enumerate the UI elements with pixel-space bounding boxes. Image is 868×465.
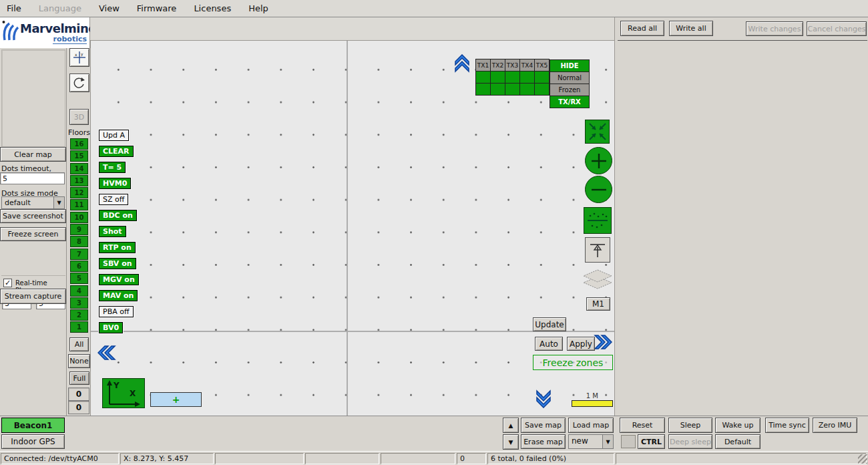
floors-full-button[interactable]: Full [69,371,89,385]
map-button-hvm0[interactable]: HVM0 [99,178,131,189]
zoom-in-button[interactable] [585,147,612,174]
layers-button[interactable] [582,267,613,295]
floor-button-3[interactable]: 3 [70,297,88,309]
map-button-mgv-on[interactable]: MGV on [99,274,139,285]
axis-orientation-widget[interactable]: Y X [102,378,145,408]
indoor-gps-tab[interactable]: Indoor GPS [1,434,65,449]
map-button-rtp-on[interactable]: RTP on [99,242,136,253]
freeze-screen-button[interactable]: Freeze screen [0,227,66,241]
floor-button-4[interactable]: 4 [70,285,88,297]
collapse-left-chevron-icon[interactable] [97,344,116,360]
tx-grid-cell[interactable] [505,83,520,96]
tx-grid-cell[interactable] [475,83,491,96]
devices-scroll-down-button[interactable]: ▼ [503,434,519,450]
apply-button[interactable]: Apply [567,337,595,351]
resize-grip[interactable] [858,454,867,464]
floors-none-button[interactable]: None [68,354,90,368]
devices-scroll-up-button[interactable]: ▲ [503,418,519,433]
tx-grid-cell[interactable] [534,71,550,84]
save-map-button[interactable]: Save map [521,418,566,433]
floor-button-9[interactable]: 9 [70,224,88,235]
map-button-sbv-on[interactable]: SBV on [99,258,136,269]
tx-column-tx3[interactable]: TX3 [505,59,520,71]
load-map-button[interactable]: Load map [568,418,614,433]
map-button-upd-a[interactable]: Upd A [99,130,129,141]
map-button-sz-off[interactable]: SZ off [99,194,128,205]
beacon-tab[interactable]: Beacon1 [1,418,65,433]
menu-item-firmware[interactable]: Firmware [137,3,177,13]
map-button-bdc-on[interactable]: BDC on [99,210,137,221]
add-submap-button[interactable]: + [150,392,202,407]
sleep-button[interactable]: Sleep [668,418,712,433]
tx-grid-cell[interactable] [534,83,550,96]
zero-imu-button[interactable]: Zero IMU [813,418,857,433]
write-all-button[interactable]: Write all [669,21,713,36]
tx-button-tx-rx[interactable]: TX/RX [550,96,590,108]
dropdown-arrow-icon[interactable]: ▼ [602,435,613,448]
ctrl-button[interactable]: CTRL [638,434,665,449]
tx-button-normal[interactable]: Normal [550,71,590,84]
stream-capture-button[interactable]: Stream capture [0,289,66,304]
auto-button[interactable]: Auto [535,337,563,351]
map-canvas[interactable]: TX1TX2TX3TX4TX5 HIDENormalFrozenTX/RX Up… [90,40,614,416]
floor-button-5[interactable]: 5 [70,273,88,284]
tx-grid-cell[interactable] [519,71,535,84]
tx-column-tx1[interactable]: TX1 [475,59,491,71]
upload-button[interactable] [585,237,610,263]
menu-item-view[interactable]: View [99,3,120,13]
map-button-pba-off[interactable]: PBA off [99,306,134,317]
update-button[interactable]: Update [533,317,566,331]
clear-map-button[interactable]: Clear map [0,147,66,162]
tx-grid-cell[interactable] [490,71,505,84]
floor-button-6[interactable]: 6 [70,261,88,272]
dots-size-mode-dropdown[interactable]: default ▼ [1,196,65,209]
tx-grid-cell[interactable] [475,71,491,84]
floor-button-11[interactable]: 11 [70,199,88,210]
tx-column-tx4[interactable]: TX4 [519,59,535,71]
tx-grid-cell[interactable] [519,83,535,96]
floor-button-16[interactable]: 16 [70,138,88,150]
fit-to-screen-button[interactable] [585,120,610,144]
rotate-map-button[interactable] [69,73,89,92]
floor-button-10[interactable]: 10 [70,212,88,223]
expand-down-chevron-icon[interactable] [535,390,551,408]
map-button-t-5[interactable]: T= 5 [99,162,126,173]
tx-column-tx5[interactable]: TX5 [534,59,550,71]
floor-button-7[interactable]: 7 [70,249,88,260]
tx-button-hide[interactable]: HIDE [550,59,590,72]
map-select-dropdown[interactable]: new ▼ [568,434,614,449]
floor-button-12[interactable]: 12 [70,187,88,198]
menu-item-help[interactable]: Help [248,3,268,13]
tx-grid-cell[interactable] [505,71,520,84]
freeze-zones-button[interactable]: Freeze zones [533,355,613,370]
default-button[interactable]: Default [715,434,761,449]
floors-all-button[interactable]: All [69,337,89,351]
m1-button[interactable]: M1 [586,297,610,311]
expand-right-chevron-icon[interactable] [594,335,612,351]
floor-button-15[interactable]: 15 [70,150,88,162]
floor-button-1[interactable]: 1 [70,321,88,333]
map-button-bv0[interactable]: BV0 [99,322,123,333]
floor-button-14[interactable]: 14 [70,163,88,174]
map-button-shot[interactable]: Shot [99,226,126,237]
time-sync-button[interactable]: Time sync [765,418,809,433]
menu-item-licenses[interactable]: Licenses [194,3,231,13]
save-screenshot-button[interactable]: Save screenshot [0,209,66,223]
map-button-mav-on[interactable]: MAV on [99,290,138,301]
axis-reset-button[interactable]: x y [69,48,89,67]
dots-timeout-input[interactable] [0,172,65,184]
menu-item-file[interactable]: File [7,3,21,13]
wake-up-button[interactable]: Wake up [715,418,761,433]
ctrl-checkbox[interactable] [621,435,636,448]
collapse-up-chevron-icon[interactable] [455,54,471,73]
map-button-clear[interactable]: CLEAR [99,146,134,157]
erase-map-button[interactable]: Erase map [521,434,566,449]
dots-display-button[interactable] [584,207,612,234]
tx-button-frozen[interactable]: Frozen [550,84,590,96]
tx-grid-cell[interactable] [490,83,505,96]
floor-button-8[interactable]: 8 [70,236,88,247]
reset-button[interactable]: Reset [620,418,665,433]
floor-button-13[interactable]: 13 [70,175,88,186]
realtime-player-checkbox[interactable]: ✓ [3,279,12,287]
floor-button-2[interactable]: 2 [70,309,88,321]
